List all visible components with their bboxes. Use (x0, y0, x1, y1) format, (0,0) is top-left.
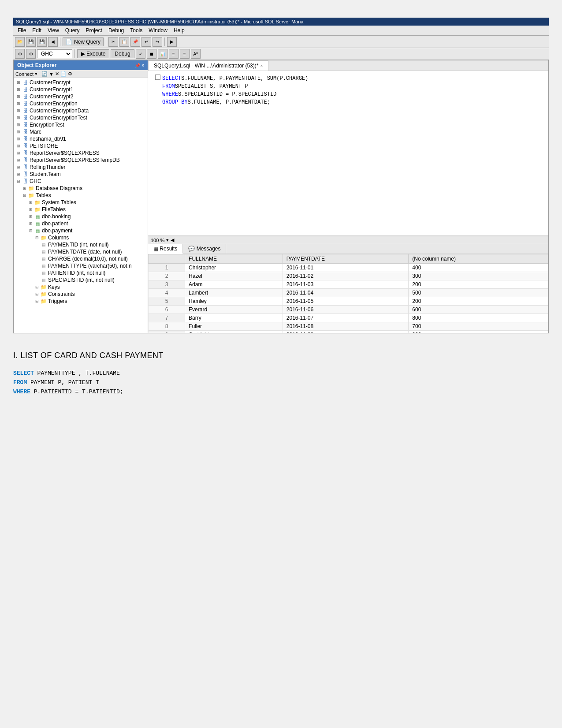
oe-new-icon[interactable]: 📄 (60, 71, 67, 77)
menu-tools[interactable]: Tools (127, 26, 145, 34)
oe-refresh-icon[interactable]: 🔄 (41, 71, 48, 77)
oe-clear-icon[interactable]: ✕ (55, 71, 59, 77)
ghc-file-tables[interactable]: ⊞ 📁 FileTables (14, 206, 148, 213)
query-tab-close[interactable]: × (260, 63, 263, 68)
t2-btn2[interactable]: ⚙ (26, 49, 36, 59)
cut-btn[interactable]: ✂ (108, 37, 118, 47)
menu-debug[interactable]: Debug (106, 26, 127, 34)
expand-icon[interactable]: ⊞ (28, 220, 34, 227)
expand-icon[interactable]: ⊞ (15, 93, 22, 100)
expand-icon[interactable]: ⊞ (15, 108, 22, 114)
db-customerencrypt2[interactable]: ⊞ 🗄 CustomerEncrypt2 (14, 93, 148, 100)
ghc-dbo-patient[interactable]: ⊞ ▦ dbo.patient (14, 220, 148, 227)
db-reportservertemp[interactable]: ⊞ 🗄 ReportServer$SQLEXPRESSTempDB (14, 157, 148, 164)
open-btn[interactable]: 📂 (15, 37, 25, 47)
paste-btn[interactable]: 📌 (130, 37, 140, 47)
db-customerencryptiontest[interactable]: ⊞ 🗄 CustomerEncryptionTest (14, 114, 148, 121)
expand-icon[interactable]: ⊞ (15, 79, 22, 86)
ghc-dbdiagrams[interactable]: ⊞ 📁 Database Diagrams (14, 185, 148, 192)
menu-window[interactable]: Window (146, 26, 170, 34)
expand-icon[interactable]: ⊟ (22, 192, 28, 198)
zoom-arrow2[interactable]: ◀ (171, 237, 174, 243)
copy-btn[interactable]: 📋 (119, 37, 129, 47)
expand-icon[interactable]: ⊞ (28, 206, 34, 213)
expand-icon[interactable]: ⊞ (15, 150, 22, 156)
expand-icon[interactable]: ⊞ (22, 185, 28, 191)
t2-btn3[interactable]: ✓ (136, 49, 145, 59)
more-btn[interactable]: ▶ (167, 37, 177, 47)
expand-icon[interactable]: ⊞ (15, 115, 22, 121)
expand-icon[interactable]: ⊞ (15, 157, 22, 163)
db-marc[interactable]: ⊞ 🗄 Marc (14, 128, 148, 135)
expand-icon[interactable]: ⊞ (34, 298, 40, 304)
expand-icon[interactable]: ⊞ (28, 199, 34, 205)
save-all-btn[interactable]: 💾 (37, 37, 47, 47)
db-customerencrypt[interactable]: ⊞ 🗄 CustomerEncrypt (14, 79, 148, 86)
execute-button[interactable]: ▶ Execute (77, 49, 109, 58)
db-neshama[interactable]: ⊞ 🗄 neshama_db91 (14, 135, 148, 142)
ghc-dbo-payment[interactable]: ⊟ ▦ dbo.payment (14, 227, 148, 234)
menu-query[interactable]: Query (63, 26, 82, 34)
ghc-dbo-booking[interactable]: ⊞ ▦ dbo.booking (14, 213, 148, 220)
query-editor[interactable]: SELECT S.FULLNAME, P.PAYMENTDATE, SUM(P.… (148, 71, 548, 236)
expand-icon[interactable]: ⊞ (15, 171, 22, 177)
expand-icon[interactable]: ⊞ (15, 136, 22, 142)
connect-label[interactable]: Connect (15, 71, 33, 77)
db-customerencrypt1[interactable]: ⊞ 🗄 CustomerEncrypt1 (14, 86, 148, 93)
expand-icon[interactable]: ⊞ (28, 213, 34, 220)
db-ghc[interactable]: ⊟ 🗄 GHC (14, 178, 148, 185)
db-studentteam[interactable]: ⊞ 🗄 StudentTeam (14, 171, 148, 178)
db-reportserver[interactable]: ⊞ 🗄 ReportServer$SQLEXPRESS (14, 149, 148, 157)
t2-btn5[interactable]: 📊 (158, 49, 167, 59)
debug-button[interactable]: Debug (111, 49, 134, 58)
col-paymentdate[interactable]: ▤ PAYMENTDATE (date, not null) (14, 248, 148, 255)
db-customerencryptiondata[interactable]: ⊞ 🗄 CustomerEncryptionData (14, 107, 148, 114)
undo-btn[interactable]: ↩ (141, 37, 151, 47)
ghc-columns-folder[interactable]: ⊟ 📁 Columns (14, 234, 148, 241)
db-customerencryption[interactable]: ⊞ 🗄 CustomerEncryption (14, 100, 148, 107)
menu-edit[interactable]: Edit (30, 26, 44, 34)
expand-icon[interactable]: ⊞ (15, 86, 22, 93)
col-paymentid[interactable]: ▤ PAYMENTID (int, not null) (14, 241, 148, 248)
ghc-tables[interactable]: ⊟ 📁 Tables (14, 192, 148, 199)
query-tab-1[interactable]: SQLQuery1.sql - WIN-...\Administrator (5… (148, 60, 268, 71)
ghc-system-tables[interactable]: ⊞ 📁 System Tables (14, 199, 148, 206)
expand-icon[interactable]: ⊞ (34, 284, 40, 290)
new-query-button[interactable]: 📄 New Query (63, 37, 104, 46)
oe-filter-icon[interactable]: ▼ (49, 71, 54, 77)
expand-icon[interactable]: ⊞ (15, 143, 22, 149)
menu-file[interactable]: File (15, 26, 29, 34)
expand-icon[interactable]: ⊟ (34, 235, 40, 241)
database-selector[interactable]: GHC (37, 49, 72, 58)
tab-results[interactable]: ▦ Results (148, 244, 183, 254)
t2-btn7[interactable]: ≡ (180, 49, 190, 59)
db-petstore[interactable]: ⊞ 🗄 PETSTORE (14, 142, 148, 149)
oe-props-icon[interactable]: ⚙ (68, 71, 72, 77)
menu-project[interactable]: Project (83, 26, 105, 34)
tab-messages[interactable]: 💬 Messages (183, 244, 226, 254)
expand-icon[interactable]: ⊟ (15, 178, 22, 184)
menu-help[interactable]: Help (171, 26, 187, 34)
save-btn[interactable]: 💾 (26, 37, 36, 47)
ghc-triggers[interactable]: ⊞ 📁 Triggers (14, 298, 148, 305)
db-rollingthunder[interactable]: ⊞ 🗄 RollingThunder (14, 164, 148, 171)
zoom-arrow[interactable]: ▾ (166, 237, 169, 243)
col-patientid[interactable]: ▤ PATIENTID (int, not null) (14, 269, 148, 276)
t2-btn4[interactable]: ⏹ (147, 49, 156, 59)
oe-pin-icon[interactable]: 📌 × (135, 63, 144, 68)
expand-icon[interactable]: ⊞ (15, 164, 22, 170)
t2-btn6[interactable]: ≡ (169, 49, 179, 59)
col-charge[interactable]: ▤ CHARGE (decimal(10,0), not null) (14, 255, 148, 262)
t2-btn1[interactable]: ⚙ (15, 49, 25, 59)
col-paymenttype[interactable]: ▤ PAYMENTTYPE (varchar(50), not n (14, 262, 148, 269)
redo-btn[interactable]: ↪ (153, 37, 162, 47)
expand-icon[interactable]: ⊞ (15, 129, 22, 135)
ghc-keys[interactable]: ⊞ 📁 Keys (14, 284, 148, 291)
menu-view[interactable]: View (45, 26, 62, 34)
expand-icon[interactable]: ⊟ (28, 228, 34, 234)
col-specialistid[interactable]: ▤ SPECIALISTID (int, not null) (14, 276, 148, 284)
t2-btn8[interactable]: Aᴮ (191, 49, 201, 59)
expand-icon[interactable]: ⊞ (34, 291, 40, 297)
expand-icon[interactable]: ⊞ (15, 122, 22, 128)
back-btn[interactable]: ◀ (48, 37, 58, 47)
